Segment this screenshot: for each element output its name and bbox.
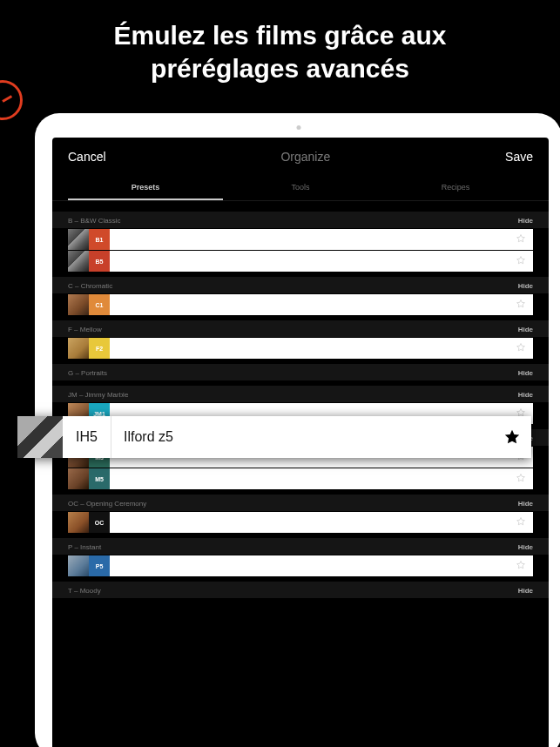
preset-thumb bbox=[68, 555, 89, 576]
preset-bar bbox=[110, 512, 533, 533]
preset-chip: OC bbox=[89, 512, 110, 533]
hide-button[interactable]: Hide bbox=[518, 217, 533, 225]
presets-list: B – B&W ClassicHideB1B5C – ChromaticHide… bbox=[52, 201, 549, 598]
section-title: F – Mellow bbox=[68, 326, 102, 333]
page-title: Organize bbox=[280, 150, 330, 164]
star-icon bbox=[516, 560, 526, 570]
tab-presets[interactable]: Presets bbox=[68, 176, 223, 200]
promo-title: Émulez les films grâce aux préréglages a… bbox=[0, 0, 560, 100]
star-icon bbox=[503, 428, 521, 446]
camera-dot bbox=[296, 125, 300, 130]
section-title: C – Chromatic bbox=[68, 282, 112, 290]
favorite-button[interactable] bbox=[493, 416, 531, 458]
preset-name: Ilford z5 bbox=[111, 416, 493, 458]
section-header: JM – Jimmy MarbleHide bbox=[52, 386, 549, 402]
preset-bar bbox=[110, 338, 533, 359]
preset-chip: B1 bbox=[89, 229, 110, 250]
preset-bar bbox=[110, 251, 533, 272]
preset-row[interactable]: C1 bbox=[68, 294, 533, 315]
preset-row[interactable]: B5 bbox=[68, 251, 533, 272]
preset-row[interactable]: M5 bbox=[68, 468, 533, 489]
section-title: G – Portraits bbox=[68, 369, 107, 377]
tab-recipes[interactable]: Recipes bbox=[378, 176, 533, 200]
section-header: B – B&W ClassicHide bbox=[52, 212, 549, 228]
favorite-button[interactable] bbox=[516, 253, 526, 269]
hide-button[interactable]: Hide bbox=[518, 500, 533, 508]
tabs: Presets Tools Recipes bbox=[52, 176, 549, 201]
star-icon bbox=[516, 342, 526, 353]
preset-chip: P5 bbox=[89, 555, 110, 576]
section-header: G – PortraitsHide bbox=[52, 364, 549, 380]
preset-row[interactable]: F2 bbox=[68, 338, 533, 359]
save-button[interactable]: Save bbox=[505, 150, 533, 164]
hide-button[interactable]: Hide bbox=[518, 326, 533, 333]
preset-row[interactable]: P5 bbox=[68, 555, 533, 576]
preset-bar bbox=[110, 229, 533, 250]
section-header: OC – Opening CeremonyHide bbox=[52, 495, 549, 511]
favorite-button[interactable] bbox=[516, 515, 526, 530]
preset-bar bbox=[110, 555, 533, 576]
section-header: F – MellowHide bbox=[52, 320, 549, 337]
preset-row[interactable]: OC bbox=[68, 512, 533, 533]
preset-bar bbox=[110, 468, 533, 489]
favorite-button[interactable] bbox=[516, 297, 526, 313]
hide-button[interactable]: Hide bbox=[518, 369, 533, 377]
section-header: T – MoodyHide bbox=[52, 582, 549, 598]
tab-tools[interactable]: Tools bbox=[223, 176, 378, 200]
cancel-button[interactable]: Cancel bbox=[68, 150, 106, 164]
preset-chip: B5 bbox=[89, 251, 110, 272]
preset-chip: F2 bbox=[89, 338, 110, 359]
section-header: P – InstantHide bbox=[52, 538, 549, 555]
hide-button[interactable]: Hide bbox=[518, 587, 533, 595]
star-icon bbox=[516, 516, 526, 527]
section-title: P – Instant bbox=[68, 543, 101, 551]
preset-thumb bbox=[68, 338, 89, 359]
preset-row[interactable]: B1 bbox=[68, 229, 533, 250]
hide-button[interactable]: Hide bbox=[518, 391, 533, 399]
star-icon bbox=[516, 299, 526, 309]
favorite-button[interactable] bbox=[516, 558, 526, 574]
topbar: Cancel Organize Save bbox=[52, 138, 549, 176]
section-header: C – ChromaticHide bbox=[52, 277, 549, 293]
favorite-button[interactable] bbox=[516, 471, 526, 487]
hide-button[interactable]: Hide bbox=[518, 543, 533, 551]
favorite-button[interactable] bbox=[516, 232, 526, 247]
preset-thumb bbox=[68, 468, 89, 489]
star-icon bbox=[516, 233, 526, 244]
preset-thumb bbox=[68, 512, 89, 533]
preset-thumb bbox=[17, 416, 63, 458]
preset-thumb bbox=[68, 229, 89, 250]
preset-bar bbox=[110, 294, 533, 315]
highlight-row[interactable]: IH5 Ilford z5 bbox=[17, 416, 531, 458]
preset-code: IH5 bbox=[63, 416, 111, 458]
section-title: B – B&W Classic bbox=[68, 217, 120, 225]
section-title: OC – Opening Ceremony bbox=[68, 500, 146, 508]
star-icon bbox=[516, 473, 526, 483]
star-icon bbox=[516, 255, 526, 266]
favorite-button[interactable] bbox=[516, 340, 526, 356]
section-title: T – Moody bbox=[68, 587, 101, 595]
preset-chip: M5 bbox=[89, 468, 110, 489]
preset-chip: C1 bbox=[89, 294, 110, 315]
preset-thumb bbox=[68, 251, 89, 272]
preset-thumb bbox=[68, 294, 89, 315]
section-title: JM – Jimmy Marble bbox=[68, 391, 128, 399]
hide-button[interactable]: Hide bbox=[518, 282, 533, 290]
